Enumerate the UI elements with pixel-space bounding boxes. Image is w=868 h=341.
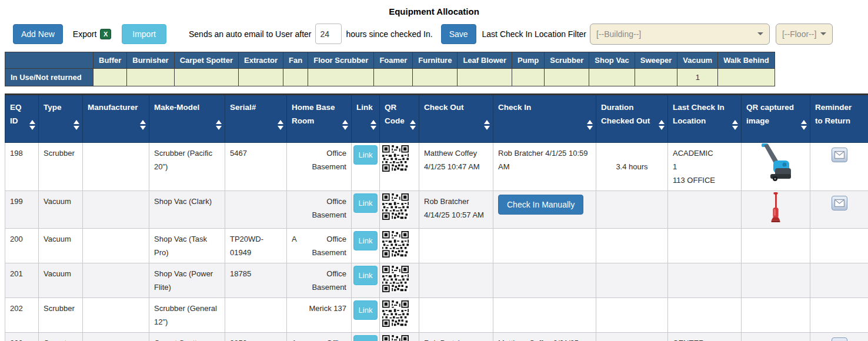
home-base-prefix: A xyxy=(292,232,297,246)
summary-value xyxy=(283,69,308,86)
reminder-email-button[interactable] xyxy=(832,337,847,341)
header-reminder-to-return[interactable]: Reminder to Return xyxy=(810,95,868,143)
floor-dropdown-value: [--Floor--] xyxy=(782,29,816,39)
cell-eq-id: 201 xyxy=(5,263,39,298)
header-last-check-in-location[interactable]: Last Check In Location xyxy=(668,95,742,143)
home-base-text: Office Basement xyxy=(312,235,346,257)
cell-manufacturer xyxy=(83,191,149,229)
header-label: Reminder to Return xyxy=(815,103,852,125)
floor-dropdown[interactable]: [--Floor--] xyxy=(776,24,833,45)
hours-input[interactable] xyxy=(315,24,342,44)
reminder-email-button[interactable] xyxy=(832,196,847,210)
cell-check-in: Rob Bratcher 4/1/25 10:59 AM xyxy=(493,143,596,191)
cell-qr-code xyxy=(380,263,419,298)
cell-location xyxy=(668,298,742,333)
cell-check-out xyxy=(419,298,493,333)
cell-check-in xyxy=(493,298,596,333)
cell-eq-id: 200 xyxy=(5,229,39,263)
cell-reminder xyxy=(810,191,868,229)
summary-col-carpet-spotter: Carpet Spotter xyxy=(174,52,238,69)
cell-qr-captured-image xyxy=(742,191,810,229)
home-base-text: Office Basement xyxy=(312,269,346,292)
summary-value xyxy=(174,69,238,86)
link-button[interactable]: Link xyxy=(353,231,378,250)
cell-location xyxy=(668,263,742,298)
sort-icon xyxy=(278,120,283,130)
table-header-row: EQ ID Type Manufacturer Make-Model Seria… xyxy=(5,95,868,143)
check-in-manually-button[interactable]: Check In Manually xyxy=(498,195,583,215)
header-label: Last Check In Location xyxy=(673,103,725,125)
sort-icon xyxy=(29,120,35,130)
sort-icon xyxy=(216,120,222,130)
summary-col-fan: Fan xyxy=(283,52,308,69)
header-check-in[interactable]: Check In xyxy=(493,95,596,143)
summary-col-walk-behind: Walk Behind xyxy=(718,52,775,69)
header-qr-captured-image[interactable]: QR captured image xyxy=(742,95,810,143)
cell-make-model: Shop Vac (Power Flite) xyxy=(149,263,225,298)
home-base-text: Office Basement xyxy=(312,197,346,219)
cell-eq-id: 199 xyxy=(5,191,39,229)
table-row: 202 Scrubber Scrubber (General 12") Meri… xyxy=(5,298,868,333)
location-filter-label: Last Check In Location Filter xyxy=(482,29,586,39)
auto-email-text-after: hours since checked In. xyxy=(346,29,433,39)
building-dropdown-value: [--Building--] xyxy=(596,29,641,39)
header-serial[interactable]: Serial# xyxy=(225,95,287,143)
summary-value xyxy=(94,69,127,86)
header-check-out[interactable]: Check Out xyxy=(419,95,493,143)
table-row: 199 Vacuum Shop Vac (Clark) Office Basem… xyxy=(5,191,868,229)
summary-value xyxy=(308,69,374,86)
header-home-base-room[interactable]: Home Base Room xyxy=(287,95,352,143)
import-button[interactable]: Import xyxy=(122,24,166,44)
cell-make-model: Carpet Spotter (Viper) xyxy=(149,333,225,341)
cell-link: Link xyxy=(352,298,380,333)
cell-serial: 18785 xyxy=(225,263,287,298)
header-type[interactable]: Type xyxy=(39,95,83,143)
cell-qr-code xyxy=(380,191,419,229)
header-label: Make-Model xyxy=(154,103,199,112)
cell-duration: 3.4 hours xyxy=(596,143,668,191)
link-button[interactable]: Link xyxy=(353,300,378,320)
export-link[interactable]: Export X xyxy=(73,29,111,39)
sort-icon xyxy=(801,120,807,130)
link-button[interactable]: Link xyxy=(353,193,378,213)
cell-duration xyxy=(596,191,668,229)
header-duration-checked-out[interactable]: Duration Checked Out xyxy=(596,95,668,143)
toolbar: Add New Export X Import Sends an auto em… xyxy=(13,23,868,45)
cell-serial: 5467 xyxy=(225,143,287,191)
link-button[interactable]: Link xyxy=(353,145,378,165)
header-make-model[interactable]: Make-Model xyxy=(149,95,225,143)
link-button[interactable]: Link xyxy=(353,335,378,341)
building-dropdown[interactable]: [--Building--] xyxy=(590,24,770,45)
sort-icon xyxy=(732,120,738,130)
cell-manufacturer xyxy=(83,143,149,191)
summary-col-leaf-blower: Leaf Blower xyxy=(458,52,512,69)
summary-value xyxy=(238,69,283,86)
header-eq-id[interactable]: EQ ID xyxy=(5,95,39,143)
cell-check-out xyxy=(419,229,493,263)
cell-qr-captured-image xyxy=(742,143,810,191)
cell-home-base: AOffice Basement xyxy=(287,229,352,263)
cell-duration xyxy=(596,298,668,333)
equipment-allocation-page: Equipment Allocation Add New Export X Im… xyxy=(0,0,868,341)
cell-qr-code xyxy=(380,229,419,263)
reminder-email-button[interactable] xyxy=(832,148,847,162)
header-label: Type xyxy=(44,103,62,112)
save-button[interactable]: Save xyxy=(441,24,476,44)
summary-col-buffer: Buffer xyxy=(94,52,127,69)
cell-type: Scrubber xyxy=(39,298,83,333)
header-link[interactable]: Link xyxy=(352,95,380,143)
cell-make-model: Shop Vac (Task Pro) xyxy=(149,229,225,263)
summary-col-foamer: Foamer xyxy=(374,52,413,69)
cell-location: CENTER 1 xyxy=(668,333,742,341)
cell-link: Link xyxy=(352,191,380,229)
header-manufacturer[interactable]: Manufacturer xyxy=(83,95,149,143)
add-new-button[interactable]: Add New xyxy=(13,24,63,44)
header-qr-code[interactable]: QR Code xyxy=(380,95,419,143)
cell-manufacturer xyxy=(83,333,149,341)
sort-icon xyxy=(484,120,490,130)
cell-check-in: Matthew Coffey 3/31/25 10:53 PM xyxy=(493,333,596,341)
link-button[interactable]: Link xyxy=(353,266,378,285)
export-label: Export xyxy=(73,29,96,39)
summary-value xyxy=(545,69,589,86)
header-label: QR Code xyxy=(385,103,405,125)
